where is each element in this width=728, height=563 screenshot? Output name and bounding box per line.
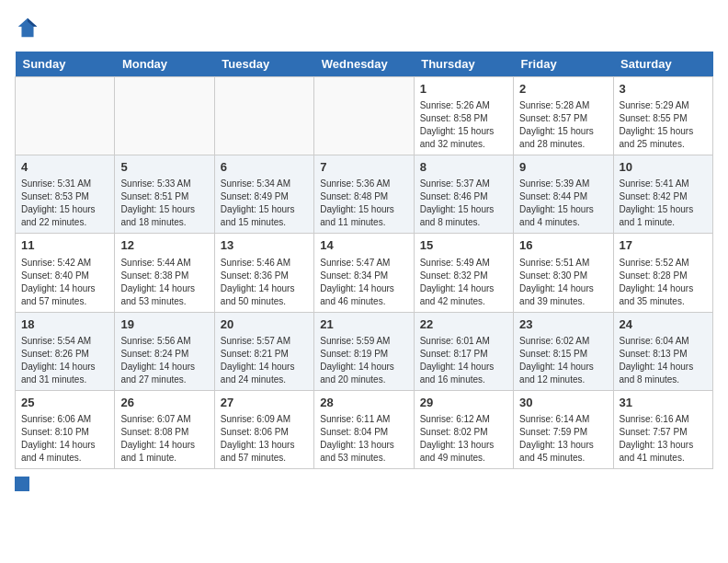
calendar-cell: 19Sunrise: 5:56 AM Sunset: 8:24 PM Dayli…: [115, 312, 214, 390]
header: [15, 15, 713, 40]
day-info: Sunrise: 5:26 AM Sunset: 8:58 PM Dayligh…: [420, 99, 507, 151]
calendar-cell: 28Sunrise: 6:11 AM Sunset: 8:04 PM Dayli…: [314, 390, 414, 468]
day-number: 21: [320, 316, 407, 333]
day-info: Sunrise: 5:46 AM Sunset: 8:36 PM Dayligh…: [221, 257, 308, 308]
day-number: 27: [221, 395, 308, 411]
calendar-cell: 29Sunrise: 6:12 AM Sunset: 8:02 PM Dayli…: [414, 390, 513, 468]
calendar-cell: 3Sunrise: 5:29 AM Sunset: 8:55 PM Daylig…: [613, 77, 712, 155]
day-info: Sunrise: 5:31 AM Sunset: 8:53 PM Dayligh…: [21, 178, 108, 229]
day-info: Sunrise: 6:14 AM Sunset: 7:59 PM Dayligh…: [519, 413, 607, 465]
day-of-week-header: Wednesday: [314, 52, 414, 77]
day-info: Sunrise: 5:39 AM Sunset: 8:44 PM Dayligh…: [519, 178, 607, 229]
day-info: Sunrise: 6:12 AM Sunset: 8:02 PM Dayligh…: [420, 413, 507, 465]
header-row: SundayMondayTuesdayWednesdayThursdayFrid…: [16, 52, 713, 77]
day-info: Sunrise: 5:33 AM Sunset: 8:51 PM Dayligh…: [120, 178, 208, 229]
day-number: 17: [620, 237, 707, 254]
day-info: Sunrise: 5:54 AM Sunset: 8:26 PM Dayligh…: [21, 335, 108, 386]
day-info: Sunrise: 6:06 AM Sunset: 8:10 PM Dayligh…: [21, 413, 108, 465]
calendar-cell: 5Sunrise: 5:33 AM Sunset: 8:51 PM Daylig…: [115, 155, 214, 234]
day-number: 1: [420, 81, 507, 98]
legend-color-box: [15, 477, 29, 491]
day-info: Sunrise: 5:56 AM Sunset: 8:24 PM Dayligh…: [120, 335, 208, 386]
calendar-cell: 6Sunrise: 5:34 AM Sunset: 8:49 PM Daylig…: [214, 155, 313, 234]
day-info: Sunrise: 6:11 AM Sunset: 8:04 PM Dayligh…: [320, 413, 407, 465]
calendar-cell: [214, 77, 313, 155]
day-of-week-header: Thursday: [414, 52, 513, 77]
day-info: Sunrise: 5:37 AM Sunset: 8:46 PM Dayligh…: [420, 178, 507, 229]
calendar-cell: 24Sunrise: 6:04 AM Sunset: 8:13 PM Dayli…: [613, 312, 712, 390]
day-number: 18: [21, 316, 108, 333]
day-info: Sunrise: 5:51 AM Sunset: 8:30 PM Dayligh…: [519, 257, 607, 308]
calendar-cell: 2Sunrise: 5:28 AM Sunset: 8:57 PM Daylig…: [514, 77, 613, 155]
calendar-week-row: 1Sunrise: 5:26 AM Sunset: 8:58 PM Daylig…: [16, 77, 713, 155]
calendar-cell: 30Sunrise: 6:14 AM Sunset: 7:59 PM Dayli…: [514, 390, 613, 468]
day-info: Sunrise: 6:04 AM Sunset: 8:13 PM Dayligh…: [620, 335, 707, 386]
day-info: Sunrise: 6:09 AM Sunset: 8:06 PM Dayligh…: [221, 413, 308, 465]
day-of-week-header: Friday: [514, 52, 613, 77]
day-number: 19: [120, 316, 208, 333]
calendar-cell: 4Sunrise: 5:31 AM Sunset: 8:53 PM Daylig…: [16, 155, 115, 234]
calendar-cell: 15Sunrise: 5:49 AM Sunset: 8:32 PM Dayli…: [414, 234, 513, 312]
day-number: 14: [320, 237, 407, 254]
calendar-week-row: 4Sunrise: 5:31 AM Sunset: 8:53 PM Daylig…: [16, 155, 713, 234]
day-number: 2: [519, 81, 607, 98]
day-of-week-header: Sunday: [16, 52, 115, 77]
calendar-cell: 12Sunrise: 5:44 AM Sunset: 8:38 PM Dayli…: [115, 234, 214, 312]
calendar-cell: 8Sunrise: 5:37 AM Sunset: 8:46 PM Daylig…: [414, 155, 513, 234]
calendar-cell: 27Sunrise: 6:09 AM Sunset: 8:06 PM Dayli…: [214, 390, 313, 468]
day-number: 11: [21, 237, 108, 254]
calendar-cell: 31Sunrise: 6:16 AM Sunset: 7:57 PM Dayli…: [613, 390, 712, 468]
calendar-cell: 16Sunrise: 5:51 AM Sunset: 8:30 PM Dayli…: [514, 234, 613, 312]
day-number: 13: [221, 237, 308, 254]
day-number: 12: [120, 237, 208, 254]
day-number: 31: [620, 395, 707, 411]
calendar-cell: 9Sunrise: 5:39 AM Sunset: 8:44 PM Daylig…: [514, 155, 613, 234]
day-number: 20: [221, 316, 308, 333]
calendar-week-row: 25Sunrise: 6:06 AM Sunset: 8:10 PM Dayli…: [16, 390, 713, 468]
day-info: Sunrise: 6:01 AM Sunset: 8:17 PM Dayligh…: [420, 335, 507, 386]
day-info: Sunrise: 5:59 AM Sunset: 8:19 PM Dayligh…: [320, 335, 407, 386]
logo-icon: [15, 15, 40, 40]
day-info: Sunrise: 6:16 AM Sunset: 7:57 PM Dayligh…: [620, 413, 707, 465]
calendar-cell: 23Sunrise: 6:02 AM Sunset: 8:15 PM Dayli…: [514, 312, 613, 390]
day-of-week-header: Saturday: [613, 52, 712, 77]
day-number: 9: [519, 159, 607, 176]
day-number: 30: [519, 395, 607, 411]
day-info: Sunrise: 5:49 AM Sunset: 8:32 PM Dayligh…: [420, 257, 507, 308]
day-number: 4: [21, 159, 108, 176]
day-info: Sunrise: 5:44 AM Sunset: 8:38 PM Dayligh…: [120, 257, 208, 308]
day-number: 6: [221, 159, 308, 176]
day-number: 25: [21, 395, 108, 411]
day-info: Sunrise: 5:29 AM Sunset: 8:55 PM Dayligh…: [620, 99, 707, 151]
day-info: Sunrise: 6:02 AM Sunset: 8:15 PM Dayligh…: [519, 335, 607, 386]
day-number: 16: [519, 237, 607, 254]
day-number: 22: [420, 316, 507, 333]
day-number: 10: [620, 159, 707, 176]
day-number: 23: [519, 316, 607, 333]
day-number: 26: [120, 395, 208, 411]
calendar-cell: [16, 77, 115, 155]
day-number: 24: [620, 316, 707, 333]
calendar-cell: 20Sunrise: 5:57 AM Sunset: 8:21 PM Dayli…: [214, 312, 313, 390]
day-info: Sunrise: 5:42 AM Sunset: 8:40 PM Dayligh…: [21, 257, 108, 308]
calendar-table: SundayMondayTuesdayWednesdayThursdayFrid…: [15, 52, 713, 469]
calendar-cell: 7Sunrise: 5:36 AM Sunset: 8:48 PM Daylig…: [314, 155, 414, 234]
calendar-cell: [314, 77, 414, 155]
day-number: 15: [420, 237, 507, 254]
calendar-week-row: 11Sunrise: 5:42 AM Sunset: 8:40 PM Dayli…: [16, 234, 713, 312]
calendar-cell: 21Sunrise: 5:59 AM Sunset: 8:19 PM Dayli…: [314, 312, 414, 390]
day-info: Sunrise: 5:34 AM Sunset: 8:49 PM Dayligh…: [221, 178, 308, 229]
day-number: 7: [320, 159, 407, 176]
day-of-week-header: Tuesday: [214, 52, 313, 77]
calendar-cell: 18Sunrise: 5:54 AM Sunset: 8:26 PM Dayli…: [16, 312, 115, 390]
day-info: Sunrise: 5:57 AM Sunset: 8:21 PM Dayligh…: [221, 335, 308, 386]
calendar-cell: 14Sunrise: 5:47 AM Sunset: 8:34 PM Dayli…: [314, 234, 414, 312]
calendar-cell: 13Sunrise: 5:46 AM Sunset: 8:36 PM Dayli…: [214, 234, 313, 312]
day-of-week-header: Monday: [115, 52, 214, 77]
day-info: Sunrise: 5:47 AM Sunset: 8:34 PM Dayligh…: [320, 257, 407, 308]
calendar-cell: 1Sunrise: 5:26 AM Sunset: 8:58 PM Daylig…: [414, 77, 513, 155]
day-info: Sunrise: 5:28 AM Sunset: 8:57 PM Dayligh…: [519, 99, 607, 151]
legend: [15, 477, 713, 491]
day-number: 29: [420, 395, 507, 411]
calendar-week-row: 18Sunrise: 5:54 AM Sunset: 8:26 PM Dayli…: [16, 312, 713, 390]
